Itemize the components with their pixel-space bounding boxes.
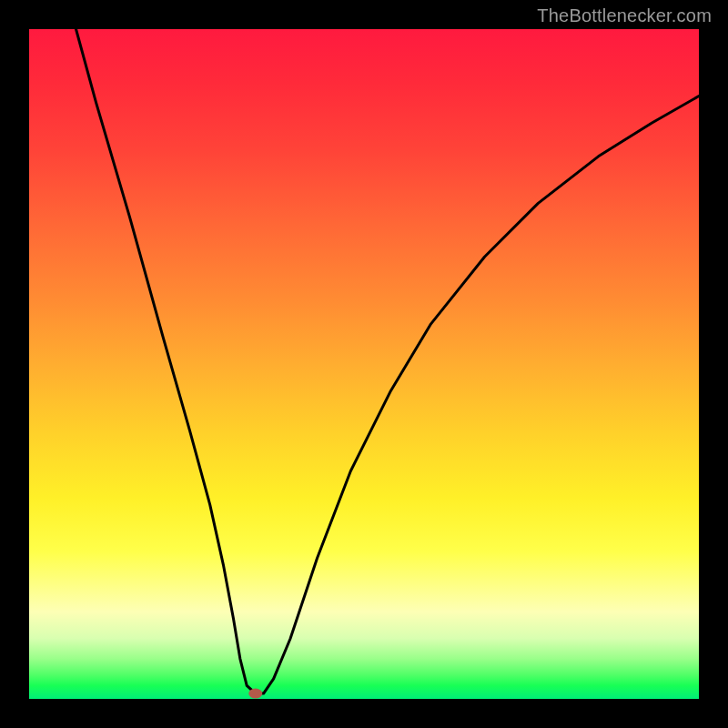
curve-layer xyxy=(29,29,699,699)
minimum-marker xyxy=(248,689,262,699)
watermark-text: TheBottlenecker.com xyxy=(537,5,712,26)
chart-frame: TheBottlenecker.com xyxy=(0,0,728,728)
plot-area xyxy=(29,29,699,699)
bottleneck-curve xyxy=(76,29,699,693)
